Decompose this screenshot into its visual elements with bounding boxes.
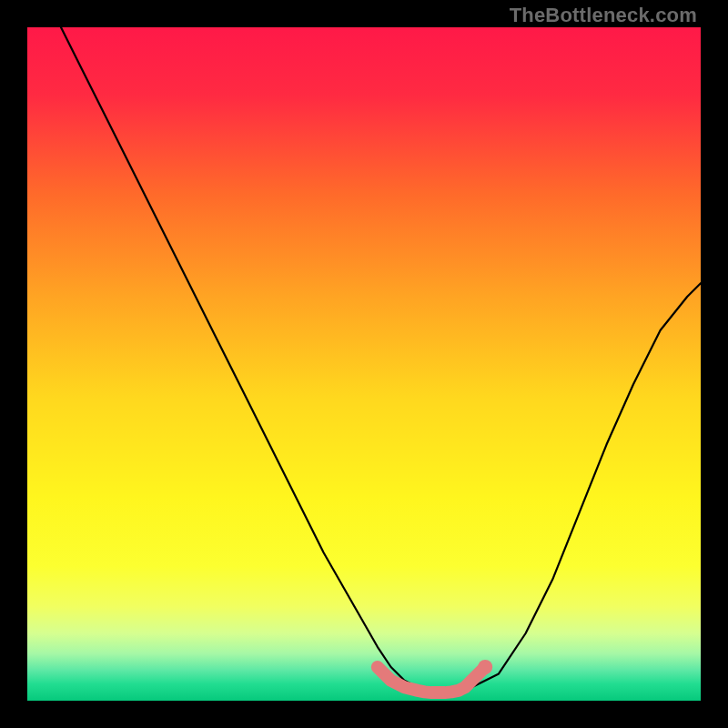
optimal-zone-endpoint	[478, 660, 492, 674]
highlight-layer	[27, 27, 701, 701]
optimal-zone-marker	[378, 667, 485, 693]
chart-frame: TheBottleneck.com	[0, 0, 728, 728]
watermark-text: TheBottleneck.com	[510, 4, 697, 27]
plot-area	[27, 27, 701, 701]
